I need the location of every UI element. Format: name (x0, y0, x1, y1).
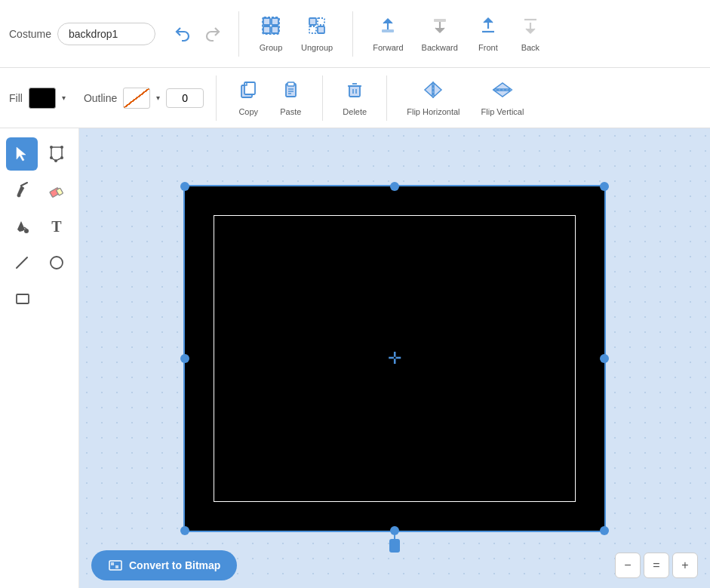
copy-label: Copy (238, 107, 258, 116)
copy-button[interactable]: Copy (229, 75, 268, 121)
svg-rect-10 (434, 19, 446, 22)
flip-horizontal-icon (422, 80, 444, 104)
front-label: Front (478, 43, 498, 52)
line-tool-button[interactable] (6, 246, 38, 279)
ellipse-tool-button[interactable] (41, 246, 72, 279)
zoom-out-icon: − (624, 559, 631, 572)
outline-section: Outline ▾ (84, 88, 204, 109)
paste-icon (281, 80, 300, 104)
paste-label: Paste (280, 107, 301, 116)
fill-color-box[interactable] (29, 88, 56, 109)
fill-section: Fill ▾ (9, 88, 66, 109)
svg-marker-26 (434, 83, 441, 97)
copy-paste-group: Copy Paste (229, 75, 310, 121)
backward-label: Backward (422, 43, 458, 52)
front-icon (478, 16, 498, 40)
paste-button[interactable]: Paste (271, 75, 310, 121)
svg-line-42 (24, 227, 26, 229)
fill-tool-button[interactable] (6, 210, 38, 243)
flip-vertical-button[interactable]: Flip Vertical (474, 75, 532, 121)
svg-rect-1 (272, 18, 278, 25)
front-button[interactable]: Front (469, 11, 508, 57)
delete-button[interactable]: Delete (335, 75, 374, 121)
svg-rect-0 (263, 18, 270, 25)
zoom-fit-button[interactable]: = (644, 553, 669, 578)
svg-rect-47 (111, 562, 114, 565)
outline-size-input[interactable] (166, 88, 204, 108)
order-group: Forward Backward Front (365, 11, 550, 57)
svg-rect-5 (309, 18, 316, 25)
group-label: Group (260, 43, 283, 52)
svg-rect-45 (17, 294, 29, 303)
group-icon (261, 16, 281, 40)
tool-row-1 (6, 137, 72, 171)
svg-rect-2 (263, 26, 270, 33)
convert-to-bitmap-button[interactable]: Convert to Bitmap (91, 550, 237, 580)
bottom-bar: Convert to Bitmap − = + (79, 543, 710, 588)
zoom-fit-icon: = (653, 559, 659, 572)
top-toolbar: Costume (0, 0, 710, 68)
divider-4 (322, 75, 323, 121)
svg-point-41 (24, 229, 29, 233)
text-icon: T (51, 218, 61, 236)
tool-row-2 (6, 174, 72, 207)
fill-arrow-icon[interactable]: ▾ (62, 94, 66, 102)
crosshair: ✛ (388, 349, 401, 368)
backward-button[interactable]: Backward (414, 11, 466, 57)
select-tool-button[interactable] (6, 137, 38, 171)
outline-color-box[interactable] (123, 88, 150, 109)
second-toolbar: Fill ▾ Outline ▾ Copy (0, 68, 710, 128)
back-icon (521, 16, 540, 40)
divider-3 (216, 75, 217, 121)
tool-row-5 (6, 282, 72, 316)
text-tool-button[interactable]: T (41, 210, 72, 243)
forward-icon (378, 16, 398, 40)
costume-name-input[interactable] (57, 23, 155, 45)
flip-horizontal-button[interactable]: Flip Horizontal (399, 75, 467, 121)
svg-point-35 (60, 156, 63, 159)
svg-marker-25 (425, 83, 432, 97)
redo-button[interactable] (199, 22, 226, 46)
svg-rect-9 (382, 29, 394, 32)
main-area: T (0, 128, 710, 588)
svg-rect-8 (309, 26, 316, 33)
convert-to-bitmap-label: Convert to Bitmap (129, 559, 220, 571)
divider-2 (352, 11, 353, 57)
svg-marker-29 (494, 91, 511, 97)
svg-rect-14 (244, 82, 255, 94)
svg-rect-48 (115, 565, 118, 568)
forward-button[interactable]: Forward (365, 11, 410, 57)
zoom-out-button[interactable]: − (615, 553, 641, 578)
tool-row-4 (6, 246, 72, 279)
bitmap-icon (108, 558, 123, 573)
reshape-tool-button[interactable] (41, 137, 72, 171)
group-button[interactable]: Group (251, 11, 290, 57)
eraser-tool-button[interactable] (41, 174, 72, 207)
flip-vertical-label: Flip Vertical (481, 107, 524, 116)
outline-arrow-icon[interactable]: ▾ (156, 94, 160, 102)
zoom-in-button[interactable]: + (672, 553, 698, 578)
ungroup-label: Ungroup (301, 43, 333, 52)
svg-point-37 (50, 156, 53, 159)
back-button[interactable]: Back (511, 11, 550, 57)
forward-label: Forward (373, 43, 403, 52)
rect-tool-button[interactable] (6, 282, 39, 316)
costume-section: Costume (9, 23, 155, 45)
group-ungroup-group: Group Ungroup (251, 11, 340, 57)
svg-line-43 (17, 257, 27, 268)
svg-rect-16 (287, 82, 294, 86)
brush-tool-button[interactable] (6, 174, 38, 207)
svg-rect-3 (272, 26, 278, 33)
undo-button[interactable] (169, 22, 196, 46)
ungroup-button[interactable]: Ungroup (294, 11, 340, 57)
svg-marker-32 (51, 147, 62, 161)
svg-rect-7 (318, 18, 324, 25)
svg-point-34 (60, 146, 63, 149)
svg-point-33 (50, 146, 53, 149)
back-label: Back (521, 43, 539, 52)
svg-point-44 (51, 257, 63, 269)
svg-line-38 (21, 183, 27, 186)
canvas-area[interactable]: ✛ (79, 128, 710, 588)
svg-marker-28 (494, 83, 511, 89)
delete-icon (345, 80, 364, 104)
